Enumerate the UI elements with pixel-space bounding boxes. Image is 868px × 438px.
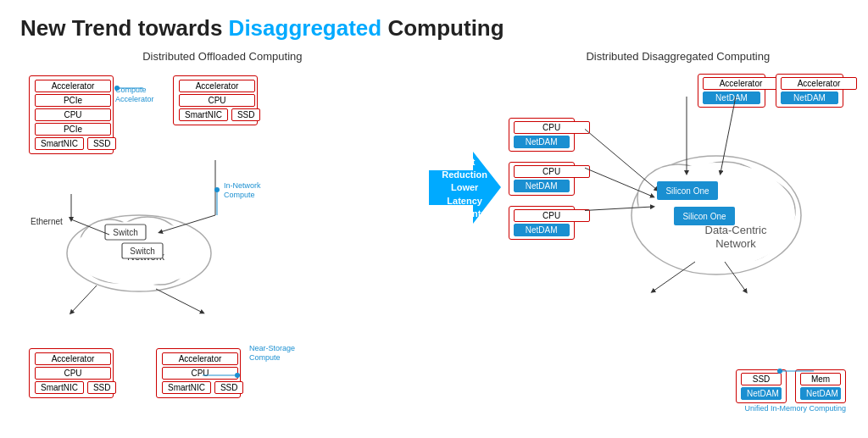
ssd-bl: SSD xyxy=(87,381,117,394)
left-section: Distributed Offloaded Computing Accelera… xyxy=(20,50,425,413)
bottom-right-boxes: SSD NetDAM Mem NetDAM xyxy=(736,369,846,403)
annotation-in-network: In-NetworkCompute xyxy=(224,181,261,200)
svg-text:Network: Network xyxy=(127,251,165,263)
bottom-left-server: Accelerator CPU SmartNIC SSD xyxy=(29,348,114,398)
netdam-cpu-r2: NetDAM xyxy=(514,180,570,192)
svg-line-34 xyxy=(585,207,653,211)
ssd-netdam-box: SSD NetDAM xyxy=(736,369,787,403)
svg-text:Data-Centric: Data-Centric xyxy=(704,224,766,236)
svg-line-32 xyxy=(585,122,657,190)
svg-line-13 xyxy=(71,219,109,235)
netdam-cpu-r3: NetDAM xyxy=(514,224,570,236)
smartnic-mid: SmartNIC xyxy=(179,108,228,121)
right-top-accelerators: Accelerator NetDAM Accelerator NetDAM xyxy=(698,74,843,108)
left-section-label: Distributed Offloaded Computing xyxy=(20,50,425,63)
accel-r1: Accelerator xyxy=(703,77,779,90)
title-highlight: Disaggregated xyxy=(229,15,382,41)
svg-text:Network: Network xyxy=(715,237,756,250)
svg-point-4 xyxy=(143,230,203,277)
cpu-mid: CPU xyxy=(179,94,255,107)
smartnic-ssd-row-tl: SmartNIC SSD xyxy=(35,137,108,150)
cpu-netdam-1: CPU NetDAM xyxy=(509,118,575,152)
ssd-tl: SSD xyxy=(87,137,117,150)
right-cloud-svg: Silicon One Silicon One Data-Centric Net… xyxy=(585,97,822,308)
accel-top-left: Accelerator xyxy=(35,80,111,92)
svg-point-29 xyxy=(714,177,795,245)
cpu-r1: CPU xyxy=(514,121,590,134)
accel-r2: Accelerator xyxy=(781,77,857,90)
ssd-r: SSD xyxy=(741,373,782,385)
netdam-cpu-r1: NetDAM xyxy=(514,136,570,148)
svg-point-5 xyxy=(135,247,186,285)
netdam-r1: NetDAM xyxy=(703,91,760,104)
svg-line-37 xyxy=(653,262,695,291)
right-section: Distributed Disaggregated Computing Acce… xyxy=(509,50,848,413)
accel-br: Accelerator xyxy=(162,352,238,365)
right-section-label: Distributed Disaggregated Computing xyxy=(509,50,848,63)
slide-title: New Trend towards Disaggregated Computin… xyxy=(20,15,848,42)
cpu-top-left: CPU xyxy=(35,108,111,121)
svg-rect-39 xyxy=(657,181,718,200)
svg-point-31 xyxy=(637,163,795,268)
svg-rect-8 xyxy=(105,225,146,240)
svg-point-0 xyxy=(67,215,211,291)
ethernet-label: Ethernet xyxy=(31,217,63,226)
cpu-netdam-2: CPU NetDAM xyxy=(509,162,575,196)
svg-text:Switch: Switch xyxy=(113,228,137,237)
mem-netdam-box: Mem NetDAM xyxy=(795,369,846,403)
cpu-bl: CPU xyxy=(35,367,111,380)
bottom-right-server: Accelerator CPU SmartNIC SSD xyxy=(156,348,241,398)
svg-point-1 xyxy=(80,219,139,270)
svg-line-36 xyxy=(721,97,742,173)
arrow-line2: Lower Latency xyxy=(447,182,482,205)
ssd-br: SSD xyxy=(214,381,244,394)
smartnic-bl: SmartNIC xyxy=(35,381,84,394)
cpu-r2: CPU xyxy=(514,165,590,178)
svg-point-6 xyxy=(72,221,206,286)
arrow-text: Cost Reduction Lower Latency Data-Centri… xyxy=(436,155,493,220)
accel-netdam-2: Accelerator NetDAM xyxy=(776,74,843,108)
arrow-line1: Cost Reduction xyxy=(442,156,487,179)
transition-arrow: Cost Reduction Lower Latency Data-Centri… xyxy=(425,152,505,224)
netdam-ssd: NetDAM xyxy=(741,387,782,400)
annotation-unified: Unified In-Memory Computing xyxy=(744,404,846,413)
svg-text:Switch: Switch xyxy=(130,247,154,256)
svg-point-28 xyxy=(682,162,767,226)
smartnic-ssd-bl: SmartNIC SSD xyxy=(35,381,108,394)
svg-point-3 xyxy=(115,217,180,264)
svg-line-38 xyxy=(725,262,746,291)
content-area: Distributed Offloaded Computing Accelera… xyxy=(20,50,848,413)
svg-point-30 xyxy=(704,202,780,262)
svg-rect-41 xyxy=(674,207,735,225)
cpu-br: CPU xyxy=(162,367,238,380)
svg-line-15 xyxy=(160,215,215,232)
svg-point-26 xyxy=(637,164,719,232)
pcie-1: PCIe xyxy=(35,94,111,107)
annotation-near-storage: Near-StorageCompute xyxy=(249,344,295,363)
netdam-mem: NetDAM xyxy=(800,387,841,400)
svg-point-25 xyxy=(632,156,801,274)
smartnic-tl: SmartNIC xyxy=(35,137,84,150)
svg-point-19 xyxy=(214,187,220,192)
smartnic-ssd-br: SmartNIC SSD xyxy=(162,381,235,394)
accel-netdam-1: Accelerator NetDAM xyxy=(698,74,765,108)
svg-point-2 xyxy=(84,241,152,283)
arrow-line3: Data-Centric xyxy=(437,208,492,219)
accel-mid: Accelerator xyxy=(179,80,255,92)
annotation-compute-accel: ComputeAccelerator xyxy=(115,86,154,104)
cpu-netdam-3: CPU NetDAM xyxy=(509,206,575,240)
smartnic-br: SmartNIC xyxy=(162,381,211,394)
cpu-r3: CPU xyxy=(514,209,590,222)
svg-line-33 xyxy=(585,164,653,197)
svg-rect-10 xyxy=(122,243,163,258)
top-left-server: Accelerator PCIe CPU PCIe SmartNIC SSD xyxy=(29,75,114,154)
title-prefix: New Trend towards xyxy=(20,15,229,41)
ssd-mid: SSD xyxy=(231,108,261,121)
svg-line-17 xyxy=(156,289,203,313)
svg-text:Silicon One: Silicon One xyxy=(682,212,726,221)
mem-r: Mem xyxy=(800,373,841,385)
netdam-r2: NetDAM xyxy=(781,91,838,104)
top-mid-server: Accelerator CPU SmartNIC SSD xyxy=(173,75,258,125)
slide: New Trend towards Disaggregated Computin… xyxy=(0,0,868,438)
accel-bl: Accelerator xyxy=(35,352,111,365)
